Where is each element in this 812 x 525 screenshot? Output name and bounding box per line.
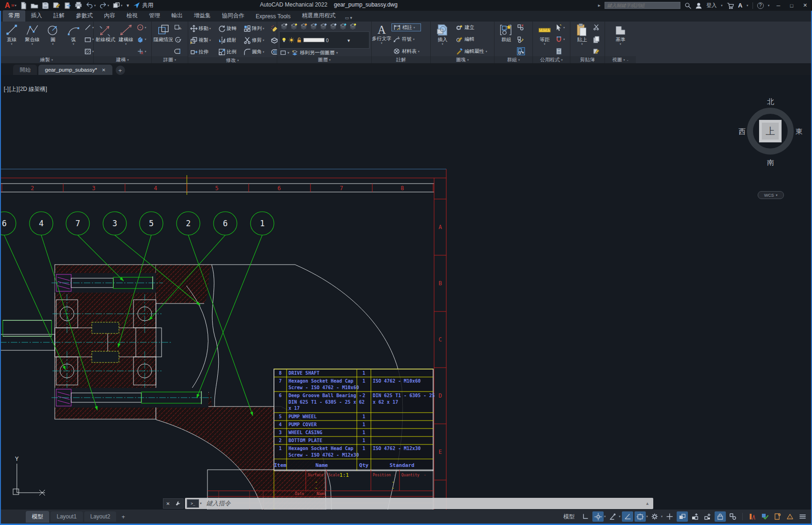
minimize-button[interactable]: ─ — [774, 3, 783, 8]
share-button[interactable]: 共用 — [133, 1, 153, 9]
panel-label-group[interactable]: 群組▾ — [495, 56, 532, 63]
stretch-button[interactable]: 拉伸 — [190, 48, 217, 56]
redo-icon[interactable]: ▾ — [99, 2, 109, 9]
customization-gear-icon[interactable] — [649, 511, 660, 522]
panel-label-annotate[interactable]: 註解 — [372, 56, 430, 63]
object-snap-3d-icon[interactable] — [689, 511, 701, 522]
signin-button[interactable]: 登入 — [706, 2, 716, 9]
crosshair-icon[interactable] — [664, 511, 675, 522]
undo-icon[interactable]: ▾ — [86, 2, 96, 9]
viewport-minimize-control[interactable]: [-] — [4, 86, 9, 92]
mirror-button[interactable]: 鏡射 — [218, 37, 243, 44]
snap-icon[interactable] — [592, 511, 604, 522]
mtext-button[interactable]: A 多行文字▾ — [374, 23, 390, 56]
array-button[interactable]: 陣列▾ — [244, 25, 270, 32]
command-history-icon[interactable]: ▲ — [645, 501, 650, 506]
copy-button[interactable]: 複製▾ — [190, 37, 217, 44]
cart-icon[interactable] — [727, 2, 734, 9]
save-icon[interactable] — [42, 2, 49, 9]
layer-tool-icon-1[interactable] — [290, 23, 298, 30]
rotate-button[interactable]: 旋轉 — [218, 25, 243, 32]
customize-wrench-icon[interactable] — [175, 501, 181, 506]
construction-circle-button[interactable]: ▾ — [137, 23, 146, 31]
ribbon-options-button[interactable]: ▭ ▾ — [341, 14, 356, 22]
construction-hatch-button[interactable]: ▾ — [137, 36, 146, 44]
hatch-button[interactable]: ▾ — [84, 47, 94, 55]
parts-list-table[interactable]: 8DRIVE SHAFT17Hexagon Socket Head CapScr… — [274, 369, 435, 471]
move-button[interactable]: 移動▾ — [190, 25, 217, 32]
calculator-button[interactable] — [555, 47, 565, 55]
file-tab-start[interactable]: 開始 — [13, 65, 37, 75]
help-dropdown-icon[interactable]: ▾ — [768, 4, 770, 7]
cut-icon[interactable] — [593, 23, 600, 31]
edit-attributes-button[interactable]: 編輯屬性▾ — [454, 47, 488, 55]
panel-label-view[interactable]: 視圖▾⌄ — [605, 56, 636, 63]
command-input[interactable]: 鍵入指令 — [207, 499, 646, 508]
command-dropdown-icon[interactable]: ▾ — [200, 502, 202, 505]
new-layout-button[interactable]: + — [118, 512, 129, 521]
group-selection-toggle[interactable] — [517, 47, 525, 55]
isolate-objects-icon[interactable] — [727, 511, 738, 522]
clean-screen-icon[interactable] — [784, 511, 796, 522]
autodesk-icon[interactable]: A — [738, 2, 742, 9]
viewport-view-control[interactable]: [上] — [9, 86, 18, 92]
panel-label-draw[interactable]: 繪製▾ — [0, 56, 93, 63]
create-block-button[interactable]: 建立 — [454, 23, 488, 31]
dynamic-input-icon[interactable] — [715, 511, 726, 522]
customization-gear-icon-dropdown[interactable]: ▾ — [661, 515, 663, 518]
polar-tracking-icon-dropdown[interactable]: ▾ — [619, 515, 620, 518]
ribbon-tab-1[interactable]: 插入 — [25, 10, 48, 22]
new-file-icon[interactable] — [20, 2, 27, 9]
section-view-button[interactable]: A-A — [174, 23, 182, 31]
workspace-switching-icon[interactable] — [759, 511, 770, 522]
line-flyout-button[interactable]: ▾ — [84, 23, 94, 31]
hide-situation-button[interactable]: 隱藏情況 — [154, 23, 173, 56]
annotation-scale-icon[interactable] — [746, 511, 758, 522]
selection-cycling-icon[interactable] — [677, 511, 688, 522]
layout-icon[interactable]: ▾ — [112, 2, 123, 9]
snap-magnet-button[interactable]: ▾ — [555, 36, 565, 44]
ribbon-tab-4[interactable]: 內容 — [98, 10, 121, 22]
search-collapse-icon[interactable]: ▶ — [598, 4, 600, 7]
panel-label-utilities[interactable]: 公用程式▾ — [533, 56, 570, 63]
qat-menu-icon[interactable]: ▼ — [125, 3, 130, 8]
layer-dropdown[interactable]: 0 ▾ — [279, 31, 369, 49]
base-view-button[interactable]: 基準▾ — [611, 23, 630, 56]
ucs-icon[interactable]: Y — [13, 455, 45, 495]
export-icon[interactable] — [64, 2, 71, 9]
balloon-2[interactable]: 2 — [177, 212, 253, 416]
wcs-dropdown[interactable]: WCS▾ — [758, 191, 784, 199]
copy-clip-icon[interactable] — [593, 36, 600, 44]
maximize-button[interactable]: □ — [787, 3, 796, 8]
command-line[interactable]: >_ ▾ 鍵入指令 ▲ — [185, 498, 653, 509]
search-input[interactable] — [605, 2, 680, 9]
new-drawing-tab-button[interactable]: + — [116, 66, 125, 75]
arc-button[interactable]: 弧▾ — [64, 23, 83, 56]
viewcube-top-face[interactable]: 上 — [759, 120, 782, 142]
line-button[interactable]: 直線▾ — [2, 23, 22, 56]
measure-button[interactable]: 等距▾ — [535, 23, 554, 56]
viewport-visual-style-control[interactable]: [2D 線架構] — [18, 86, 47, 92]
polar-tracking-icon[interactable] — [607, 511, 618, 522]
drawing-canvas[interactable]: [-][上][2D 線架構] 北 西 東 南 上 WCS▾ — [0, 75, 812, 510]
edit-block-button[interactable]: 編輯 — [454, 36, 488, 44]
panel-label-detail[interactable]: 詳圖▾ — [152, 56, 188, 63]
layer-state-button[interactable]: ▾ — [280, 50, 289, 56]
paste-button[interactable]: 貼上▾ — [572, 23, 592, 56]
fillet-button[interactable]: 圓角▾ — [244, 48, 270, 56]
viewcube-west[interactable]: 西 — [738, 127, 746, 136]
object-snap-icon[interactable] — [635, 511, 646, 522]
grid-icon[interactable] — [580, 511, 591, 522]
ribbon-tab-11[interactable]: 精選應用程式 — [296, 10, 341, 22]
circle-button[interactable]: 圓▾ — [43, 23, 63, 56]
move-to-layer-dropdown-icon[interactable]: ▾ — [336, 51, 338, 55]
drawing-sheet[interactable]: 2345678ABCDE 64735261 8DRIVE SHAFT17Hexa… — [0, 75, 812, 510]
panel-label-clipboard[interactable]: 剪貼簿 — [570, 56, 605, 63]
ribbon-tab-10[interactable]: Express Tools — [250, 12, 296, 22]
command-prompt-icon[interactable]: >_ — [187, 499, 199, 508]
status-model-label[interactable]: 模型 — [563, 513, 575, 521]
layer-tool-icon-2[interactable] — [300, 23, 308, 30]
ribbon-tab-0[interactable]: 常用 — [3, 10, 25, 22]
group-edit-button[interactable] — [517, 36, 525, 44]
erase-construction-button[interactable]: ▾ — [137, 47, 146, 55]
